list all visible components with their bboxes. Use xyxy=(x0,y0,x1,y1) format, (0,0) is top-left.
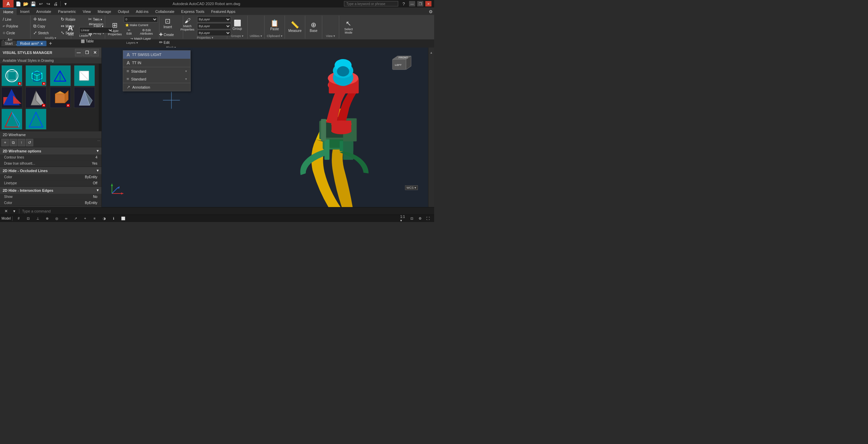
line-button[interactable]: /Line xyxy=(1,16,28,23)
linetype-select[interactable]: ByLayer xyxy=(197,23,231,29)
vsm-cell-conceptual[interactable] xyxy=(74,65,95,86)
copy-button[interactable]: ⧉Copy xyxy=(32,23,59,30)
vsm-export-btn[interactable]: ↑ xyxy=(18,139,25,146)
vsm-restore-button[interactable]: ❐ xyxy=(83,49,91,56)
restore-button[interactable]: ❐ xyxy=(417,1,423,6)
match-layer-button[interactable]: ↪ Match Layer xyxy=(124,36,158,41)
grid-button[interactable]: # xyxy=(15,215,22,222)
lineweight-select[interactable]: ByLayer xyxy=(197,30,231,36)
select-mode-button[interactable]: ↖ SelectMode xyxy=(341,19,356,36)
tab-home[interactable]: Home xyxy=(0,8,17,15)
ortho-button[interactable]: ⊥ xyxy=(34,215,41,222)
vsm-cell-3dhidden[interactable] xyxy=(50,65,71,86)
wcs-badge[interactable]: WCS ▾ xyxy=(405,185,418,190)
fullscreen-button[interactable]: ⛶ xyxy=(425,215,431,222)
vsm-create-btn[interactable]: + xyxy=(1,139,9,146)
annotation-scale-button[interactable]: 1:1 ▾ xyxy=(400,215,407,222)
tab-parametric[interactable]: Parametric xyxy=(55,8,79,15)
tab-annotate[interactable]: Annotate xyxy=(33,8,55,15)
layer-properties-button[interactable]: ⊞ LayerProperties xyxy=(107,20,123,37)
text-button[interactable]: A Text xyxy=(63,23,78,38)
minimize-button[interactable]: — xyxy=(409,1,415,6)
vsm-cell-realistic[interactable] xyxy=(25,109,46,130)
quickprop-button[interactable]: ℹ xyxy=(110,215,117,222)
measure-button[interactable]: 📏 Measure xyxy=(287,20,303,34)
vsm-cell-shaded[interactable] xyxy=(1,87,22,108)
group-button[interactable]: ⬜ Group xyxy=(230,19,245,32)
close-tab-icon[interactable]: ✕ xyxy=(40,42,43,45)
dropdown-item-ttswiss[interactable]: A TT SWISS LIGHT xyxy=(123,51,190,59)
plot-button[interactable]: 🖨 xyxy=(52,0,59,7)
transparency-button[interactable]: ◑ xyxy=(101,215,108,222)
command-history-button[interactable]: ▾ xyxy=(11,208,18,215)
tab-express[interactable]: Express Tools xyxy=(178,8,208,15)
canvas-area[interactable]: A TT SWISS LIGHT A TT IN ≡ Standard ▾ ≡ … xyxy=(102,48,428,207)
viewport-scale-button[interactable]: ⊡ xyxy=(408,215,415,222)
vsm-cell-2dwireframe[interactable]: A xyxy=(1,65,22,86)
help-button[interactable]: ? xyxy=(400,0,407,7)
open-button[interactable]: 📂 xyxy=(22,0,29,7)
vsm-cell-shaded-edges[interactable]: A xyxy=(25,87,46,108)
tab-collaborate[interactable]: Collaborate xyxy=(152,8,178,15)
paste-button[interactable]: 📋 Paste xyxy=(267,18,282,32)
move-button[interactable]: ✛Move xyxy=(32,16,59,23)
right-panel-scroll[interactable]: ▲ xyxy=(430,51,433,54)
dropdown-item-ttin[interactable]: A TT IN xyxy=(123,59,190,67)
section-header-2[interactable]: 2D Hide - Occluded Lines ▾ xyxy=(0,167,101,174)
edit-attributes-button[interactable]: ⚙ Edit Attributes xyxy=(135,28,158,36)
app-button[interactable]: A xyxy=(3,0,14,7)
tab-robotarm[interactable]: Robot arm* ✕ xyxy=(17,41,46,46)
search-input[interactable] xyxy=(344,1,398,6)
make-current-button[interactable]: ⭐ Make Current xyxy=(124,23,150,27)
snap-button[interactable]: ⊡ xyxy=(25,215,32,222)
vsm-refresh-btn[interactable]: ↺ xyxy=(26,139,33,146)
tab-insert[interactable]: Insert xyxy=(17,8,33,15)
selection-button[interactable]: ⬜ xyxy=(120,215,127,222)
dropdown-item-standard2[interactable]: ≡ Standard ▾ xyxy=(123,75,190,83)
match-properties-button[interactable]: 🖌 MatchProperties xyxy=(179,16,196,33)
section-header-4[interactable]: 2D Hide - Miscellaneous ▾ xyxy=(0,206,101,207)
section-header-3[interactable]: 2D Hide - Intersection Edges ▾ xyxy=(0,187,101,194)
lineweight-button[interactable]: ≡ xyxy=(91,215,98,222)
polar-button[interactable]: ⊕ xyxy=(44,215,51,222)
layer-select[interactable]: 0 xyxy=(124,16,158,22)
vsm-cell-xray[interactable] xyxy=(1,109,22,130)
save-button[interactable]: 💾 xyxy=(30,0,37,7)
vsm-scrollbar[interactable] xyxy=(99,64,101,131)
model-space-button[interactable]: Model xyxy=(3,215,9,222)
otrack-button[interactable]: ∞ xyxy=(63,215,70,222)
circle-button[interactable]: ○Circle xyxy=(1,30,28,36)
tab-view[interactable]: View xyxy=(79,8,94,15)
edit-block-button[interactable]: ✏Edit xyxy=(158,39,185,46)
dynmode-button[interactable]: + xyxy=(82,215,89,222)
color-select[interactable]: ByLayer xyxy=(197,16,231,22)
vsm-close-button[interactable]: ✕ xyxy=(91,49,99,56)
edit-button[interactable]: ✏ Edit xyxy=(124,28,134,36)
vsm-cell-3dwireframe[interactable]: A xyxy=(25,65,46,86)
command-input[interactable] xyxy=(21,208,431,215)
viewcube[interactable]: LEFT FRONT xyxy=(391,54,418,75)
dropdown-item-standard1[interactable]: ≡ Standard ▾ xyxy=(123,67,190,75)
ducs-button[interactable]: ↗ xyxy=(72,215,79,222)
close-button[interactable]: ✕ xyxy=(425,1,431,6)
tab-manage[interactable]: Manage xyxy=(94,8,115,15)
section-header-1[interactable]: 2D Wireframe options ▾ xyxy=(0,147,101,154)
vsm-duplicate-btn[interactable]: ⧉ xyxy=(9,139,17,146)
vsm-minimize-button[interactable]: — xyxy=(75,49,82,56)
insert-button[interactable]: ⊡ Insert xyxy=(158,16,178,30)
ws-toggle-button[interactable]: ⚙ xyxy=(417,215,423,222)
osnap-button[interactable]: ◎ xyxy=(53,215,60,222)
workspace-button[interactable]: ⚙ xyxy=(427,8,434,15)
vsm-more[interactable]: ··· xyxy=(97,139,100,146)
tab-addins[interactable]: Add-ins xyxy=(133,8,152,15)
customization-button[interactable]: ▾ xyxy=(62,0,69,7)
clear-command-button[interactable]: ✕ xyxy=(3,208,9,215)
vsm-cell-sketchy[interactable] xyxy=(74,87,95,108)
vsm-cell-gray[interactable]: A xyxy=(50,87,71,108)
stretch-button[interactable]: ⤢Stretch xyxy=(32,30,59,36)
redo-button[interactable]: ↪ xyxy=(45,0,52,7)
base-button[interactable]: ⊕ Base xyxy=(306,20,321,34)
polyline-button[interactable]: ⌐Polyline xyxy=(1,23,28,30)
new-button[interactable]: 📄 xyxy=(15,0,22,7)
undo-button[interactable]: ↩ xyxy=(37,0,44,7)
